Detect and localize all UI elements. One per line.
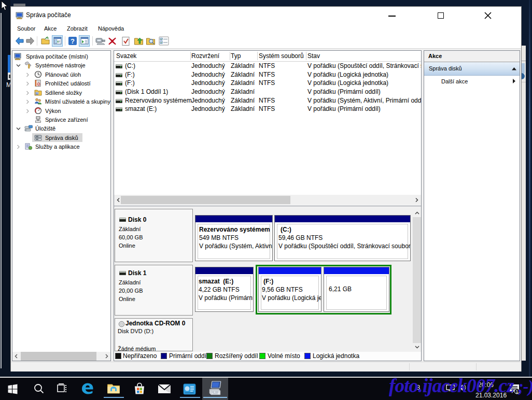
svg-text:?: ? xyxy=(71,37,75,45)
